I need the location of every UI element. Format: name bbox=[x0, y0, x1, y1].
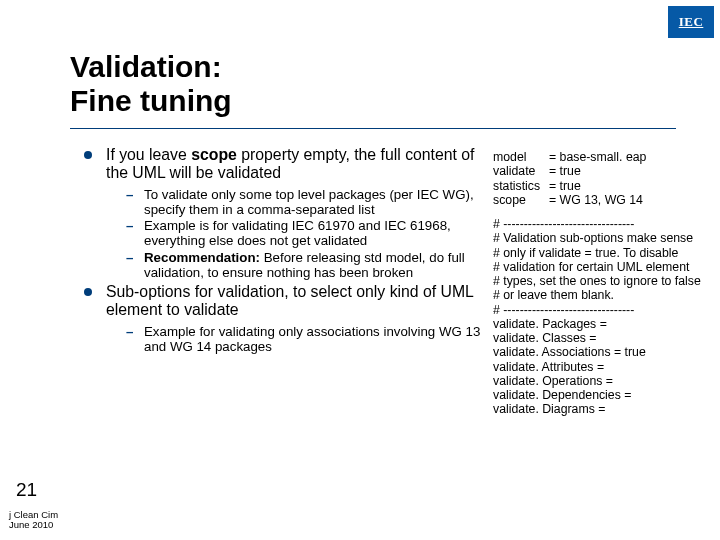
bullet-2: Sub-options for validation, to select on… bbox=[82, 283, 492, 354]
config-line: validate. Diagrams = bbox=[493, 402, 711, 416]
iec-logo: IEC bbox=[668, 6, 714, 38]
sub-bullet: To validate only some top level packages… bbox=[106, 187, 492, 217]
slide: IEC Validation: Fine tuning If you leave… bbox=[0, 0, 720, 540]
config-line: # validation for certain UML element bbox=[493, 260, 711, 274]
config-line: # only if validate = true. To disable bbox=[493, 246, 711, 260]
bullet-1: If you leave scope property empty, the f… bbox=[82, 146, 492, 280]
config-line: # types, set the ones to ignore to false bbox=[493, 274, 711, 288]
bullet-list: If you leave scope property empty, the f… bbox=[82, 146, 492, 354]
footer-line-2: June 2010 bbox=[9, 520, 58, 531]
sub-bullet: Example for validating only associations… bbox=[106, 324, 492, 354]
config-line: # Validation sub-options make sense bbox=[493, 231, 711, 245]
config-line: validate. Packages = bbox=[493, 317, 711, 331]
config-row: statistics= true bbox=[493, 179, 711, 193]
config-row: scope= WG 13, WG 14 bbox=[493, 193, 711, 207]
slide-number: 21 bbox=[16, 479, 37, 501]
config-line: validate. Attributes = bbox=[493, 360, 711, 374]
title-line-1: Validation: bbox=[70, 50, 232, 84]
top-bar: IEC bbox=[0, 0, 720, 44]
body: If you leave scope property empty, the f… bbox=[82, 146, 492, 530]
config-block: model= base-small. eap validate= true st… bbox=[493, 150, 711, 417]
config-line: validate. Classes = bbox=[493, 331, 711, 345]
sub-bullet: Example is for validating IEC 61970 and … bbox=[106, 218, 492, 248]
title-rule bbox=[70, 128, 676, 129]
config-row: model= base-small. eap bbox=[493, 150, 711, 164]
bullet-2-sublist: Example for validating only associations… bbox=[106, 324, 492, 354]
config-line: validate. Dependencies = bbox=[493, 388, 711, 402]
config-line: # -------------------------------- bbox=[493, 303, 711, 317]
config-line: # -------------------------------- bbox=[493, 217, 711, 231]
title-line-2: Fine tuning bbox=[70, 84, 232, 118]
config-line: validate. Operations = bbox=[493, 374, 711, 388]
iec-logo-text: IEC bbox=[679, 14, 704, 30]
config-row: validate= true bbox=[493, 164, 711, 178]
config-line: validate. Associations = true bbox=[493, 345, 711, 359]
slide-title: Validation: Fine tuning bbox=[70, 50, 232, 117]
config-line: # or leave them blank. bbox=[493, 288, 711, 302]
footer: j Clean Cim June 2010 bbox=[9, 510, 58, 531]
sub-bullet-recommendation: Recommendation: Before releasing std mod… bbox=[106, 250, 492, 280]
bullet-1-sublist: To validate only some top level packages… bbox=[106, 187, 492, 280]
